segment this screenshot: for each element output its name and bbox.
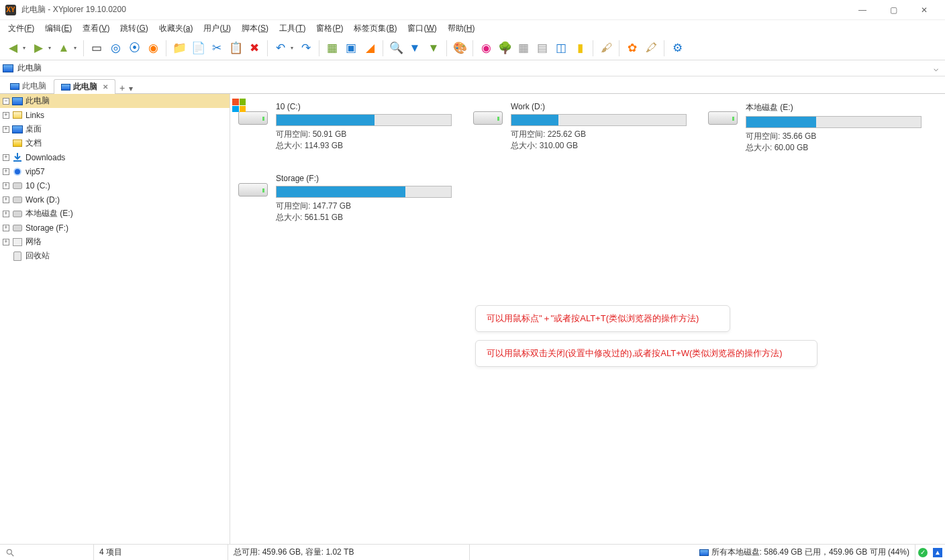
menu-v[interactable]: 查看(V) xyxy=(77,21,115,36)
redo-button[interactable]: ↷ xyxy=(297,40,315,57)
expand-icon[interactable]: + xyxy=(3,112,9,119)
find-button[interactable]: ⦿ xyxy=(126,40,143,57)
tree-item-11[interactable]: 回收站 xyxy=(0,249,230,263)
close-button[interactable]: ✕ xyxy=(909,0,940,20)
tree-view-button[interactable]: ▦ xyxy=(324,40,341,57)
split-icon: ◫ xyxy=(556,42,566,54)
tree-label: Work (D:) xyxy=(26,195,60,205)
tree-icon: 🌳 xyxy=(498,42,512,54)
expand-icon[interactable]: − xyxy=(3,98,9,105)
expand-icon[interactable]: + xyxy=(3,182,9,189)
menu-u[interactable]: 用户(U) xyxy=(198,21,236,36)
block-button[interactable]: ▮ xyxy=(571,40,589,57)
monitor-button[interactable]: ▭ xyxy=(88,40,105,57)
address-bar[interactable]: 此电脑 ⌵ xyxy=(0,60,945,76)
maximize-button[interactable]: ▢ xyxy=(878,0,909,20)
back-button[interactable]: ◀ xyxy=(4,40,21,57)
tab-0[interactable]: 此电脑 xyxy=(3,78,54,93)
redo-icon: ↷ xyxy=(301,42,311,54)
menu-a[interactable]: 收藏夹(a) xyxy=(154,21,199,36)
tree-label: 回收站 xyxy=(26,250,50,262)
expand-icon[interactable]: + xyxy=(3,239,9,245)
tree-item-1[interactable]: +Links xyxy=(0,108,230,122)
menu-w[interactable]: 窗口(W) xyxy=(402,21,442,36)
brush-button[interactable]: 🖌 xyxy=(597,40,615,57)
drive-0[interactable]: 10 (C:)可用空间: 50.91 GB总大小: 114.93 GB xyxy=(237,102,452,154)
menu-s[interactable]: 脚本(S) xyxy=(236,21,274,36)
fld-icon xyxy=(12,138,23,149)
minimize-button[interactable]: — xyxy=(847,0,878,20)
delete-button[interactable]: ✖ xyxy=(246,40,263,57)
tab-list-dropdown[interactable]: ▾ xyxy=(129,84,138,93)
undo-button[interactable]: ↶ xyxy=(272,40,289,57)
up-button[interactable]: ▲ xyxy=(55,40,72,57)
folder-add-button[interactable]: 📁 xyxy=(170,40,188,57)
tree-item-6[interactable]: +10 (C:) xyxy=(0,178,230,192)
expand-icon[interactable]: + xyxy=(3,168,9,175)
select-button[interactable]: ▣ xyxy=(342,40,360,57)
up-dropdown[interactable]: ▾ xyxy=(74,45,79,51)
tree-item-9[interactable]: +Storage (F:) xyxy=(0,221,230,235)
pizza-button[interactable]: ◢ xyxy=(361,40,379,57)
target2-button[interactable]: ◉ xyxy=(144,40,162,57)
tree-item-5[interactable]: +vip57 xyxy=(0,164,230,178)
drive-2[interactable]: 本地磁盘 (E:)可用空间: 35.66 GB总大小: 60.00 GB xyxy=(707,102,922,154)
menu-b[interactable]: 标签页集(B) xyxy=(348,21,402,36)
tree-item-8[interactable]: +本地磁盘 (E:) xyxy=(0,207,230,221)
tree-item-2[interactable]: +桌面 xyxy=(0,122,230,136)
menu-e[interactable]: 编辑(E) xyxy=(40,21,77,36)
undo-icon: ↶ xyxy=(276,42,285,54)
expand-icon[interactable]: + xyxy=(3,225,9,231)
status-search[interactable] xyxy=(0,545,94,560)
drive-icon xyxy=(472,102,504,134)
tree-item-0[interactable]: −此电脑 xyxy=(0,94,230,108)
drive-1[interactable]: Work (D:)可用空间: 225.62 GB总大小: 310.00 GB xyxy=(472,102,687,154)
search-button[interactable]: 🔍 xyxy=(387,40,405,57)
gear-button[interactable]: ⚙ xyxy=(668,40,686,57)
menu-f[interactable]: 文件(F) xyxy=(3,21,40,36)
undo-dropdown[interactable]: ▾ xyxy=(291,45,296,51)
menu-p[interactable]: 窗格(P) xyxy=(311,21,348,36)
list-button[interactable]: ▤ xyxy=(534,40,551,57)
back-dropdown[interactable]: ▾ xyxy=(23,45,28,51)
drive-3[interactable]: Storage (F:)可用空间: 147.77 GB总大小: 561.51 G… xyxy=(237,174,452,223)
new-tab-button[interactable]: + xyxy=(115,82,129,93)
tree-item-10[interactable]: +网络 xyxy=(0,235,230,249)
mon-icon xyxy=(12,96,23,107)
target-button[interactable]: ◎ xyxy=(107,40,124,57)
address-drop-icon[interactable]: ⌵ xyxy=(929,64,942,73)
forward-button[interactable]: ▶ xyxy=(30,40,47,57)
expand-icon[interactable]: + xyxy=(3,197,9,203)
copy-button[interactable]: 📋 xyxy=(227,40,244,57)
folder-tree[interactable]: −此电脑+Links+桌面文档+Downloads+vip57+10 (C:)+… xyxy=(0,94,230,544)
expand-icon[interactable]: + xyxy=(3,126,9,133)
cut-button[interactable]: ✂ xyxy=(208,40,226,57)
tree-item-7[interactable]: +Work (D:) xyxy=(0,192,230,207)
status-ok[interactable]: ✓ xyxy=(915,545,930,560)
tree-item-4[interactable]: +Downloads xyxy=(0,150,230,164)
menu-h[interactable]: 帮助(H) xyxy=(442,21,481,36)
palette-button[interactable]: 🎨 xyxy=(451,40,468,57)
status-up[interactable]: ▲ xyxy=(930,545,945,560)
filter-button[interactable]: ▼ xyxy=(406,40,424,57)
expand-icon[interactable]: + xyxy=(3,154,9,161)
forward-dropdown[interactable]: ▾ xyxy=(48,45,54,51)
file-add-button[interactable]: 📄 xyxy=(189,40,207,57)
close-icon[interactable]: ✕ xyxy=(103,83,108,91)
flower-button[interactable]: ✿ xyxy=(624,40,641,57)
brush2-button[interactable]: 🖍 xyxy=(642,40,660,57)
tab-1[interactable]: 此电脑✕ xyxy=(54,79,115,94)
menu-t[interactable]: 工具(T) xyxy=(274,21,311,36)
menu-g[interactable]: 跳转(G) xyxy=(115,21,153,36)
filter2-button[interactable]: ▼ xyxy=(425,40,442,57)
drive-total: 总大小: 310.00 GB xyxy=(511,140,687,152)
split-button[interactable]: ◫ xyxy=(552,40,570,57)
spiral-button[interactable]: ◉ xyxy=(477,40,495,57)
title-bar: XY 此电脑 - XYplorer 19.10.0200 — ▢ ✕ xyxy=(0,0,945,20)
dsk-icon xyxy=(12,180,23,191)
tree-item-3[interactable]: 文档 xyxy=(0,136,230,150)
grid-button[interactable]: ▦ xyxy=(515,40,532,57)
content-pane[interactable]: 10 (C:)可用空间: 50.91 GB总大小: 114.93 GBWork … xyxy=(230,94,945,544)
tree-button[interactable]: 🌳 xyxy=(496,40,513,57)
expand-icon[interactable]: + xyxy=(3,211,9,217)
